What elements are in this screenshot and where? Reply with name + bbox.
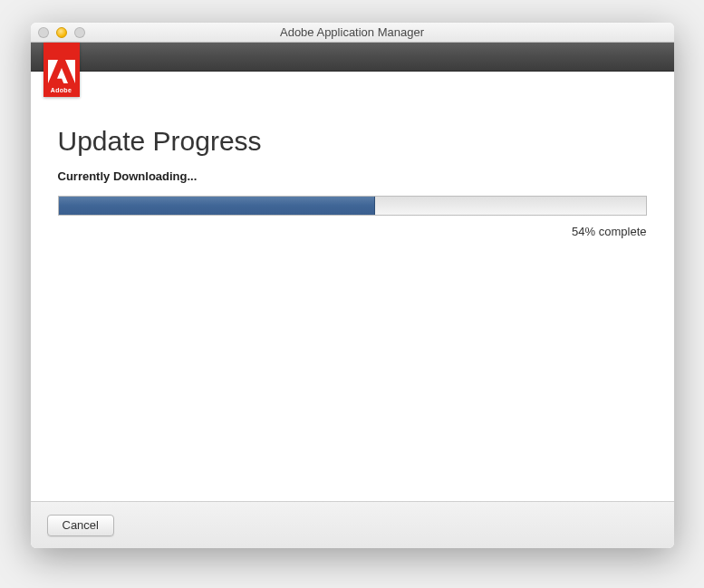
status-label: Currently Downloading... bbox=[58, 169, 647, 183]
page-title: Update Progress bbox=[58, 126, 647, 157]
zoom-icon[interactable] bbox=[74, 27, 85, 38]
progress-bar bbox=[58, 196, 647, 216]
progress-fill bbox=[59, 197, 376, 215]
adobe-logo-text: Adobe bbox=[51, 87, 72, 93]
content-area: Update Progress Currently Downloading...… bbox=[31, 72, 674, 501]
minimize-icon[interactable] bbox=[56, 27, 67, 38]
progress-text: 54% complete bbox=[58, 225, 647, 238]
footer: Cancel bbox=[31, 501, 674, 548]
titlebar[interactable]: Adobe Application Manager bbox=[31, 23, 674, 43]
cancel-button[interactable]: Cancel bbox=[47, 515, 114, 536]
adobe-a-icon bbox=[48, 58, 75, 85]
close-icon[interactable] bbox=[38, 27, 49, 38]
window-title: Adobe Application Manager bbox=[31, 25, 674, 39]
traffic-lights bbox=[38, 27, 85, 38]
header-band: Adobe bbox=[31, 43, 674, 72]
adobe-logo: Adobe bbox=[43, 43, 80, 97]
app-window: Adobe Application Manager Adobe Update P… bbox=[31, 23, 674, 548]
